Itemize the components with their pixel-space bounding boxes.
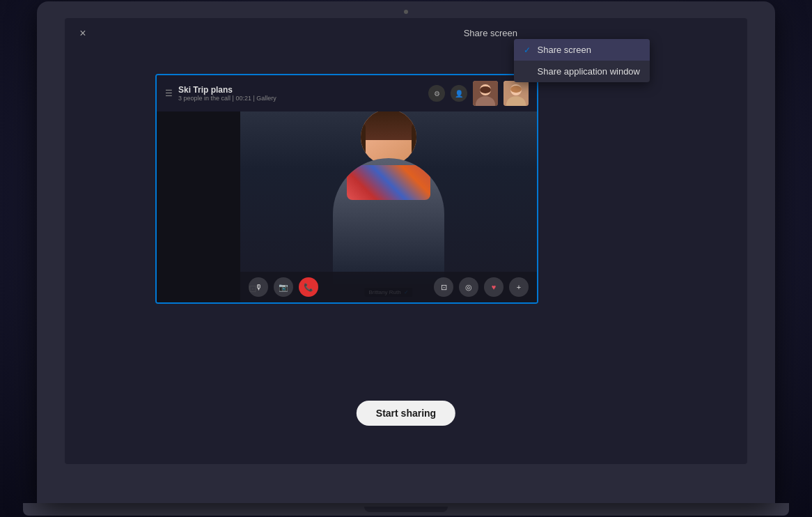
laptop-bottom-bar [23,503,789,516]
mute-button[interactable]: 🎙 [249,277,268,297]
empty-check-icon: ✓ [524,67,533,77]
hamburger-icon: ☰ [165,88,173,98]
person-hair [361,111,416,140]
more-button[interactable]: + [509,277,529,297]
close-button[interactable]: × [76,26,90,40]
screen-share-button[interactable]: ⊡ [434,277,453,297]
share-dropdown[interactable]: ✓ Share screen ✓ Share application windo… [514,39,650,82]
end-call-button[interactable]: 📞 [299,277,318,297]
call-title: Ski Trip plans [178,85,276,95]
dropdown-item-share-screen-label: Share screen [538,45,591,55]
heart-button[interactable]: ♥ [484,277,503,297]
controls-right: ⊡ ◎ ♥ + [434,277,529,297]
person-body [333,158,444,284]
video-button[interactable]: 📷 [274,277,293,297]
person-hair-sides-right [412,123,416,165]
call-title-info: Ski Trip plans 3 people in the call | 00… [178,85,276,102]
dropdown-item-share-app-window[interactable]: ✓ Share application window [514,61,650,82]
call-header-right: ⚙ 👤 [428,81,529,106]
dropdown-item-share-screen[interactable]: ✓ Share screen [514,39,650,61]
call-controls: 🎙 📷 📞 ⊡ ◎ ♥ + [240,272,537,302]
people-button[interactable]: 👤 [451,85,467,102]
avatar-2 [503,81,529,106]
reactions-button[interactable]: ◎ [459,277,478,297]
webcam-dot [404,10,408,14]
left-panel [157,111,240,302]
laptop-frame: × Share screen ✓ Share screen ✓ Share ap… [37,1,775,503]
laptop-top-bar [37,1,775,18]
person-hair-sides-left [361,123,366,165]
call-body: Brittany Ruth ✓ ⊡ 🎙 📷 📞 [157,111,537,302]
main-video: Brittany Ruth ✓ ⊡ 🎙 📷 📞 [240,111,537,302]
share-screen-label: Share screen [464,28,517,38]
person-head [361,111,416,165]
check-icon: ✓ [524,45,533,55]
svg-point-6 [510,86,522,93]
call-header: ☰ Ski Trip plans 3 people in the call | … [157,75,537,111]
call-window: ☰ Ski Trip plans 3 people in the call | … [155,74,538,304]
laptop-screen: × Share screen ✓ Share screen ✓ Share ap… [65,18,747,464]
gear-button[interactable]: ⚙ [428,85,445,102]
scarf [347,165,430,200]
laptop-notch [364,507,448,512]
svg-point-2 [480,86,491,93]
controls-left: 🎙 📷 📞 [249,277,318,297]
start-sharing-button[interactable]: Start sharing [357,401,455,426]
dropdown-item-share-app-label: Share application window [538,66,640,77]
avatar-1 [473,81,498,106]
call-title-group: ☰ Ski Trip plans 3 people in the call | … [165,85,276,102]
call-subtitle: 3 people in the call | 00:21 | Gallery [178,95,276,102]
